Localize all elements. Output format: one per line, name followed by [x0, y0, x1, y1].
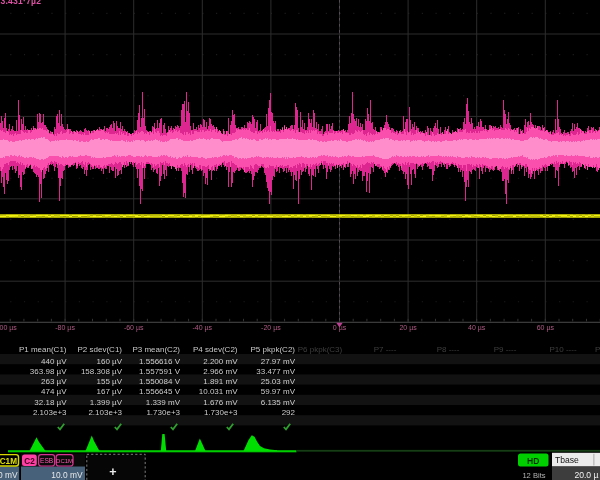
svg-text:P8 ----: P8 ----: [437, 345, 460, 354]
svg-text:160 µV: 160 µV: [96, 357, 122, 366]
svg-text:1.730e+3: 1.730e+3: [146, 408, 180, 417]
svg-text:1.891 mV: 1.891 mV: [203, 377, 238, 386]
svg-text:P7 ----: P7 ----: [374, 345, 397, 354]
svg-text:363.98 µV: 363.98 µV: [30, 367, 67, 376]
svg-text:158.308 µV: 158.308 µV: [81, 367, 123, 376]
svg-text:474 µV: 474 µV: [41, 387, 67, 396]
svg-text:27.97 mV: 27.97 mV: [261, 357, 296, 366]
svg-text:263 µV: 263 µV: [41, 377, 67, 386]
svg-text:1.550084 V: 1.550084 V: [139, 377, 181, 386]
svg-text:P5 pkpk(C2): P5 pkpk(C2): [251, 345, 296, 354]
svg-text:1.557591 V: 1.557591 V: [139, 367, 181, 376]
svg-text:1.730e+3: 1.730e+3: [204, 408, 238, 417]
svg-text:59.97 mV: 59.97 mV: [261, 387, 296, 396]
svg-text:P10 ----: P10 ----: [549, 345, 576, 354]
svg-text:40 µs: 40 µs: [468, 324, 486, 332]
svg-text:HD: HD: [527, 456, 539, 466]
svg-text:0 mV: 0 mV: [0, 470, 18, 480]
svg-text:155 µV: 155 µV: [96, 377, 122, 386]
svg-text:33.477 mV: 33.477 mV: [256, 367, 295, 376]
svg-text:C2: C2: [24, 457, 35, 466]
svg-text:2.200 mV: 2.200 mV: [203, 357, 238, 366]
svg-text:ESB: ESB: [40, 457, 54, 464]
svg-text:20.0 µ: 20.0 µ: [574, 470, 598, 480]
svg-text:1.399 µV: 1.399 µV: [90, 398, 123, 407]
svg-text:20 µs: 20 µs: [399, 324, 417, 332]
svg-text:1.556645 V: 1.556645 V: [139, 387, 181, 396]
svg-text:P1: P1: [595, 345, 600, 354]
svg-text:00 µs: 00 µs: [0, 324, 17, 332]
svg-text:3.431·7µ2: 3.431·7µ2: [1, 0, 42, 6]
svg-text:P2 sdev(C1): P2 sdev(C1): [78, 345, 123, 354]
svg-text:60 µs: 60 µs: [537, 324, 555, 332]
svg-text:2.966 mV: 2.966 mV: [203, 367, 238, 376]
svg-text:10.031 mV: 10.031 mV: [199, 387, 238, 396]
svg-text:P1 mean(C1): P1 mean(C1): [19, 345, 67, 354]
svg-text:1.339 mV: 1.339 mV: [146, 398, 181, 407]
svg-text:P9 ----: P9 ----: [494, 345, 517, 354]
svg-text:2.103e+3: 2.103e+3: [33, 408, 67, 417]
svg-text:12 Bits: 12 Bits: [522, 471, 545, 480]
svg-text:-60 µs: -60 µs: [124, 324, 144, 332]
svg-text:6.135 mV: 6.135 mV: [261, 398, 296, 407]
svg-text:-80 µs: -80 µs: [55, 324, 75, 332]
svg-text:1.556616 V: 1.556616 V: [139, 357, 181, 366]
svg-text:2.103e+3: 2.103e+3: [88, 408, 122, 417]
svg-text:440 µV: 440 µV: [41, 357, 67, 366]
svg-text:0 µs: 0 µs: [333, 324, 347, 332]
svg-text:+: +: [109, 465, 116, 479]
svg-text:-20 µs: -20 µs: [261, 324, 281, 332]
svg-text:32.18 µV: 32.18 µV: [34, 398, 67, 407]
svg-text:25.03 mV: 25.03 mV: [261, 377, 296, 386]
svg-text:292: 292: [282, 408, 296, 417]
svg-text:DC1M: DC1M: [56, 458, 73, 464]
svg-text:DC1M: DC1M: [0, 457, 17, 466]
svg-text:Tbase: Tbase: [555, 455, 579, 465]
svg-text:10.0 mV: 10.0 mV: [51, 470, 83, 480]
svg-text:P3 mean(C2): P3 mean(C2): [132, 345, 180, 354]
svg-text:P4 sdev(C2): P4 sdev(C2): [193, 345, 238, 354]
svg-text:1.676 mV: 1.676 mV: [203, 398, 238, 407]
svg-text:-40 µs: -40 µs: [192, 324, 212, 332]
svg-text:167 µV: 167 µV: [96, 387, 122, 396]
svg-text:P6 pkpk(C3): P6 pkpk(C3): [298, 345, 343, 354]
